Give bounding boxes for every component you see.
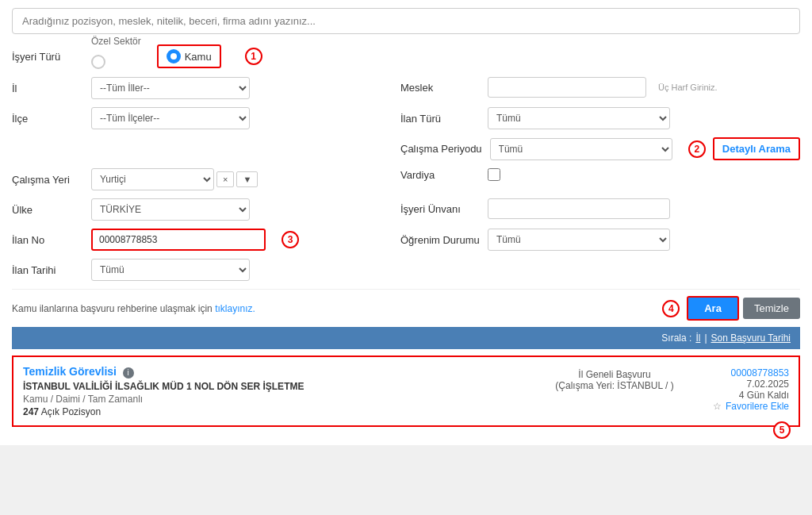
ilan-turu-label: İlan Türü	[400, 113, 480, 125]
ilce-select[interactable]: --Tüm İlçeler--	[91, 107, 250, 129]
result-company: İSTANBUL VALİLİĞİ İLSAĞLIK MÜD 1 NOL DÖN…	[23, 381, 551, 392]
result-right: 00008778853 7.02.2025 4 Gün Kaldı ☆ Favo…	[678, 365, 789, 412]
kamu-radio-outer	[167, 49, 181, 63]
action-row: Kamu ilanlarına başvuru rehberine ulaşma…	[12, 289, 800, 327]
result-middle2: (Çalışma Yeri: İSTANBUL / )	[551, 380, 678, 391]
result-item: Temizlik Görevlisi i İSTANBUL VALİLİĞİ İ…	[12, 356, 800, 427]
ilan-tarihi-col: İlan Tarihi Tümü	[12, 259, 377, 281]
detayli-arama-button[interactable]: Detaylı Arama	[713, 137, 800, 160]
ilan-tarihi-label: İlan Tarihi	[12, 264, 83, 276]
detayli-arama-wrapper: 2 Detaylı Arama	[688, 137, 800, 160]
kamu-box: Kamu	[157, 44, 221, 68]
calisma-periyodu-col: Çalışma Periyodu Tümü 2 Detaylı Arama	[400, 137, 800, 160]
result-meta: Kamu / Daimi / Tam Zamanlı	[23, 394, 551, 405]
badge-2: 2	[688, 140, 706, 158]
ilan-tarihi-select[interactable]: Tümü	[91, 259, 250, 281]
badge-4: 4	[662, 300, 680, 317]
action-row-right: 4 Ara Temizle	[662, 296, 800, 321]
isyeri-turu-row: İşyeri Türü Özel Sektör Kamu 1	[12, 44, 800, 69]
ozel-sektor-radio[interactable]	[91, 55, 105, 69]
search-bar-container	[12, 8, 800, 34]
search-input[interactable]	[12, 8, 800, 34]
ozel-sektor-radio-outer	[91, 55, 105, 69]
calisma-yeri-label: Çalışma Yeri	[12, 174, 83, 186]
calisma-periyodu-row: Çalışma Periyodu Tümü 2 Detaylı Arama	[12, 137, 800, 160]
action-row-left: Kamu ilanlarına başvuru rehberine ulaşma…	[12, 303, 255, 314]
ogrenim-select[interactable]: Tümü	[488, 229, 670, 251]
results-area: Sırala : İl | Son Başvuru Tarihi Temizli…	[12, 327, 800, 445]
ilce-label: İlçe	[12, 113, 83, 125]
result-title-row: Temizlik Görevlisi i	[23, 365, 551, 379]
ilan-no-label: İlan No	[12, 234, 83, 246]
bottom-note-text: Kamu ilanlarına başvuru rehberine ulaşma…	[12, 303, 215, 314]
meslek-col: Meslek Üç Harf Giriniz.	[400, 77, 800, 98]
ilan-tarihi-row: İlan Tarihi Tümü	[12, 259, 800, 281]
result-kaldi: 4 Gün Kaldı	[678, 390, 789, 401]
meslek-hint: Üç Harf Giriniz.	[658, 83, 718, 92]
result-fav[interactable]: ☆ Favorilere Ekle	[678, 401, 789, 412]
ilan-no-input[interactable]	[91, 229, 266, 251]
badge-3: 3	[282, 231, 299, 248]
badge-5: 5	[773, 421, 791, 439]
ilce-row: İlçe --Tüm İlçeler-- İlan Türü Tümü	[12, 107, 800, 129]
calisma-yeri-row: Çalışma Yeri Yurtiçi × ▼ Vardiya	[12, 168, 800, 190]
ilan-no-row: İlan No 3 Öğrenim Durumu Tümü	[12, 229, 800, 251]
result-middle: İl Geneli Başvuru (Çalışma Yeri: İSTANBU…	[551, 365, 678, 391]
calisma-yeri-clear[interactable]: ×	[216, 171, 234, 187]
calisma-periyodu-select[interactable]: Tümü	[490, 138, 672, 160]
star-icon: ☆	[713, 401, 722, 412]
ilan-turu-select[interactable]: Tümü	[488, 107, 670, 129]
ilan-no-col: İlan No 3	[12, 229, 377, 251]
ulke-select[interactable]: TÜRKİYE	[91, 198, 250, 221]
isyeri-turu-label: İşyeri Türü	[12, 51, 91, 63]
result-date: 7.02.2025	[678, 379, 789, 390]
ilce-col: İlçe --Tüm İlçeler--	[12, 107, 377, 129]
calisma-yeri-dropdown[interactable]: ▼	[236, 171, 258, 187]
sort-il-link[interactable]: İl	[695, 332, 700, 344]
fav-label: Favorilere Ekle	[726, 401, 789, 412]
il-col: İl --Tüm İller--	[12, 77, 377, 99]
ara-button[interactable]: Ara	[687, 296, 739, 321]
result-pozisyon-count: 247	[23, 406, 39, 417]
kamu-radio-inner	[170, 53, 177, 60]
calisma-periyodu-inner: Çalışma Periyodu Tümü	[400, 138, 672, 160]
ulke-col: Ülke TÜRKİYE	[12, 198, 377, 221]
ogrenim-col: Öğrenim Durumu Tümü	[400, 229, 800, 251]
bottom-note-link[interactable]: tıklayınız.	[215, 303, 255, 314]
isyeri-unvani-input[interactable]	[488, 198, 670, 219]
sort-separator: |	[704, 332, 707, 344]
ulke-row: Ülke TÜRKİYE İşyeri Ünvanı	[12, 198, 800, 221]
calisma-yeri-select[interactable]: Yurtiçi	[91, 168, 214, 190]
result-ilan-no: 00008778853	[678, 367, 789, 379]
result-title-link[interactable]: Temizlik Görevlisi	[23, 365, 117, 378]
kamu-label: Kamu	[185, 51, 212, 63]
il-select[interactable]: --Tüm İller--	[91, 77, 250, 99]
vardiya-col: Vardiya	[400, 168, 800, 181]
ilan-turu-col: İlan Türü Tümü	[400, 107, 800, 129]
ogrenim-label: Öğrenim Durumu	[400, 234, 480, 246]
isyeri-turu-options: Özel Sektör Kamu 1	[91, 44, 800, 69]
temizle-button[interactable]: Temizle	[743, 298, 800, 319]
vardiya-checkbox[interactable]	[488, 168, 500, 181]
result-info-icon[interactable]: i	[123, 367, 134, 379]
il-label: İl	[12, 83, 83, 94]
isyeri-unvani-col: İşyeri Ünvanı	[400, 198, 800, 219]
ulke-label: Ülke	[12, 204, 83, 216]
calisma-yeri-col: Çalışma Yeri Yurtiçi × ▼	[12, 168, 377, 190]
result-middle1: İl Geneli Başvuru	[551, 369, 678, 380]
il-row: İl --Tüm İller-- Meslek Üç Harf Giriniz.	[12, 77, 800, 99]
ozel-sektor-label: Özel Sektör	[91, 36, 141, 47]
result-pozisyon-label: Açık Pozisyon	[41, 406, 101, 417]
vardiya-label: Vardiya	[400, 169, 480, 181]
meslek-label: Meslek	[400, 82, 480, 94]
meslek-input[interactable]	[488, 77, 646, 98]
calisma-periyodu-label: Çalışma Periyodu	[400, 143, 482, 155]
result-left: Temizlik Görevlisi i İSTANBUL VALİLİĞİ İ…	[23, 365, 551, 417]
isyeri-unvani-label: İşyeri Ünvanı	[400, 203, 480, 215]
badge-1: 1	[245, 48, 262, 65]
kamu-radio[interactable]: Kamu	[167, 49, 212, 63]
sort-tarih-link[interactable]: Son Başvuru Tarihi	[711, 332, 791, 344]
sort-label: Sırala :	[661, 332, 691, 344]
results-header: Sırala : İl | Son Başvuru Tarihi	[12, 327, 800, 349]
result-pozisyon: 247 Açık Pozisyon	[23, 406, 551, 417]
